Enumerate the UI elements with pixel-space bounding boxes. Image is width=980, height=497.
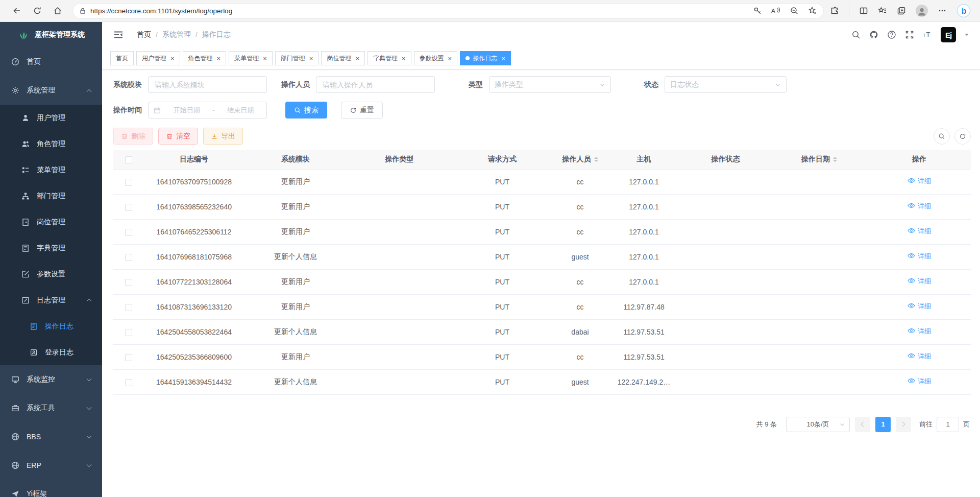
detail-link[interactable]: 详细 bbox=[908, 302, 931, 311]
row-checkbox[interactable] bbox=[125, 279, 132, 286]
user-avatar[interactable]: Ej bbox=[941, 27, 956, 42]
prev-page-button[interactable] bbox=[855, 417, 870, 432]
toggle-search-button[interactable] bbox=[934, 128, 950, 145]
detail-link[interactable]: 详细 bbox=[908, 202, 931, 211]
extensions-icon[interactable] bbox=[830, 6, 839, 15]
close-icon[interactable]: × bbox=[501, 55, 505, 62]
github-icon[interactable] bbox=[869, 30, 878, 39]
page-size-select[interactable]: 10条/页 bbox=[786, 417, 850, 432]
tab[interactable]: 字典管理× bbox=[368, 51, 411, 65]
close-icon[interactable]: × bbox=[217, 55, 221, 62]
select-all-checkbox[interactable] bbox=[125, 156, 132, 163]
sidebar-item[interactable]: ERP bbox=[0, 451, 102, 480]
sidebar-item[interactable]: BBS bbox=[0, 422, 102, 451]
back-icon[interactable] bbox=[12, 6, 21, 15]
more-options-icon[interactable] bbox=[938, 6, 947, 15]
sidebar-item[interactable]: 操作日志 bbox=[0, 313, 102, 339]
sidebar-collapse-icon[interactable] bbox=[113, 30, 124, 40]
sidebar-item[interactable]: 用户管理 bbox=[0, 105, 102, 131]
search-button[interactable]: 搜索 bbox=[285, 102, 327, 119]
sidebar-item[interactable]: 登录日志 bbox=[0, 339, 102, 365]
reset-button[interactable]: 重置 bbox=[341, 102, 383, 119]
tab[interactable]: 部门管理× bbox=[275, 51, 319, 65]
split-screen-icon[interactable] bbox=[859, 6, 868, 15]
app-logo[interactable]: 意框架管理系统 bbox=[0, 22, 102, 48]
sort-carets-icon[interactable] bbox=[833, 155, 837, 164]
close-icon[interactable]: × bbox=[263, 55, 267, 62]
close-icon[interactable]: × bbox=[309, 55, 313, 62]
module-input[interactable] bbox=[148, 76, 267, 93]
home-icon[interactable] bbox=[53, 6, 62, 15]
page-number-button[interactable]: 1 bbox=[875, 417, 891, 432]
date-range-picker[interactable]: 开始日期 - 结束日期 bbox=[148, 102, 267, 119]
collections-icon[interactable] bbox=[897, 6, 906, 15]
sidebar-item[interactable]: 字典管理 bbox=[0, 235, 102, 261]
sidebar-item[interactable]: 日志管理 bbox=[0, 287, 102, 313]
sidebar-item[interactable]: 菜单管理 bbox=[0, 157, 102, 183]
browser-profile-avatar[interactable] bbox=[916, 5, 928, 17]
fullscreen-icon[interactable] bbox=[905, 30, 914, 39]
row-checkbox[interactable] bbox=[125, 304, 132, 311]
search-icon[interactable] bbox=[851, 30, 861, 39]
favorite-add-icon[interactable] bbox=[808, 6, 817, 15]
detail-link[interactable]: 详细 bbox=[908, 227, 931, 236]
refresh-icon[interactable] bbox=[33, 6, 42, 15]
detail-link[interactable]: 详细 bbox=[908, 327, 931, 336]
tab[interactable]: 参数设置× bbox=[414, 51, 458, 65]
sidebar-item[interactable]: 部门管理 bbox=[0, 183, 102, 209]
url-text[interactable]: https://ccnetcore.com:1101/system/log/op… bbox=[90, 7, 753, 15]
tab[interactable]: 菜单管理× bbox=[229, 51, 273, 65]
address-bar[interactable]: https://ccnetcore.com:1101/system/log/op… bbox=[72, 3, 824, 19]
close-icon[interactable]: × bbox=[448, 55, 452, 62]
detail-link[interactable]: 详细 bbox=[908, 377, 931, 386]
row-checkbox[interactable] bbox=[125, 379, 132, 386]
tab[interactable]: 首页 bbox=[110, 51, 134, 65]
favorites-icon[interactable] bbox=[878, 6, 887, 15]
tab[interactable]: 角色管理× bbox=[183, 51, 227, 65]
zoom-out-icon[interactable] bbox=[790, 6, 799, 15]
tab[interactable]: 用户管理× bbox=[136, 51, 180, 65]
export-button[interactable]: 导出 bbox=[203, 128, 243, 145]
row-checkbox[interactable] bbox=[125, 229, 132, 236]
delete-button[interactable]: 删除 bbox=[113, 128, 153, 145]
row-checkbox[interactable] bbox=[125, 354, 132, 361]
sort-carets-icon[interactable] bbox=[594, 155, 598, 164]
close-icon[interactable]: × bbox=[402, 55, 406, 62]
type-select[interactable]: 操作类型 bbox=[489, 76, 611, 93]
bing-chat-icon[interactable]: b bbox=[957, 4, 971, 18]
chevron-down-icon[interactable] bbox=[965, 34, 969, 38]
sidebar-item[interactable]: 首页 bbox=[0, 48, 102, 76]
sidebar-item[interactable]: 系统工具 bbox=[0, 394, 102, 422]
column-header[interactable]: 操作日期 bbox=[771, 150, 868, 169]
sidebar-item[interactable]: 岗位管理 bbox=[0, 209, 102, 235]
tab[interactable]: 操作日志× bbox=[460, 51, 511, 65]
font-size-icon[interactable]: TT bbox=[923, 30, 932, 39]
breadcrumb-home[interactable]: 首页 bbox=[137, 30, 151, 39]
detail-link[interactable]: 详细 bbox=[908, 352, 931, 361]
close-icon[interactable]: × bbox=[355, 55, 359, 62]
tab[interactable]: 岗位管理× bbox=[321, 51, 365, 65]
sidebar-item[interactable]: 角色管理 bbox=[0, 131, 102, 157]
close-icon[interactable]: × bbox=[170, 55, 175, 62]
detail-link[interactable]: 详细 bbox=[908, 252, 931, 261]
refresh-table-button[interactable] bbox=[954, 128, 971, 145]
detail-link[interactable]: 详细 bbox=[908, 277, 931, 286]
sidebar-item[interactable]: 系统管理 bbox=[0, 76, 102, 105]
status-select[interactable]: 日志状态 bbox=[665, 76, 787, 93]
next-page-button[interactable] bbox=[896, 417, 911, 432]
sidebar-item[interactable]: Yi框架 bbox=[0, 480, 102, 497]
detail-link[interactable]: 详细 bbox=[908, 177, 931, 186]
password-key-icon[interactable] bbox=[753, 6, 762, 15]
sidebar-item[interactable]: 系统监控 bbox=[0, 365, 102, 394]
row-checkbox[interactable] bbox=[125, 179, 132, 186]
read-aloud-icon[interactable]: A bbox=[771, 6, 780, 15]
row-checkbox[interactable] bbox=[125, 204, 132, 211]
goto-page-input[interactable] bbox=[937, 417, 959, 432]
operator-input[interactable] bbox=[316, 76, 435, 93]
row-checkbox[interactable] bbox=[125, 329, 132, 336]
sidebar-item[interactable]: 参数设置 bbox=[0, 261, 102, 287]
row-checkbox[interactable] bbox=[125, 254, 132, 261]
column-header[interactable]: 操作人员 bbox=[553, 150, 607, 169]
help-icon[interactable] bbox=[887, 30, 896, 39]
clear-button[interactable]: 清空 bbox=[158, 128, 198, 145]
